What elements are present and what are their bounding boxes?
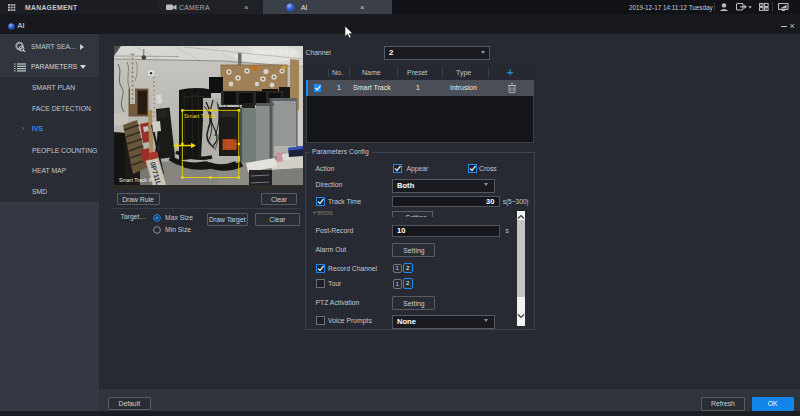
svg-text:CAM 12-17 14:11:12: CAM 12-17 14:11:12 [253, 50, 295, 55]
svg-text:Smart Track: Smart Track [184, 113, 215, 119]
svg-text:Smart Track IP: Smart Track IP [119, 177, 154, 183]
